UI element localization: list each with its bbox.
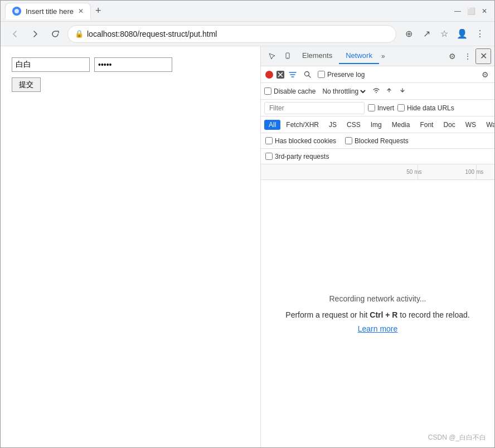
third-party-requests-label: 3rd-party requests bbox=[265, 153, 329, 160]
url-bar[interactable]: 🔒 localhost:8080/request-struct/put.html bbox=[67, 25, 396, 43]
devtools-close-button[interactable]: ✕ bbox=[475, 48, 491, 64]
submit-button[interactable]: 提交 bbox=[12, 77, 41, 92]
network-toolbar-1: Preserve log ⚙ bbox=[261, 66, 494, 83]
tab-favicon bbox=[12, 7, 21, 16]
back-button[interactable] bbox=[7, 26, 23, 42]
filter-button[interactable] bbox=[287, 69, 299, 81]
content-area: 提交 Elements Network bbox=[1, 46, 494, 447]
window-controls: — ⬜ ✕ bbox=[452, 6, 490, 17]
timeline-vertical-line-1 bbox=[418, 164, 418, 179]
filter-input[interactable] bbox=[264, 102, 365, 114]
timeline-vertical-line-2 bbox=[476, 164, 477, 179]
watermark: CSDN @_白白不白 bbox=[428, 433, 486, 442]
record-button[interactable] bbox=[265, 71, 273, 79]
network-timeline-column: 50 ms 100 ms bbox=[372, 164, 494, 179]
tab-area: Insert title here ✕ + bbox=[5, 3, 452, 20]
invert-label: Invert bbox=[368, 104, 394, 112]
search-button[interactable] bbox=[301, 69, 313, 81]
download-button[interactable] bbox=[399, 86, 406, 96]
svg-point-2 bbox=[287, 57, 288, 59]
filter-type-buttons: All Fetch/XHR JS CSS Img Media Font Doc … bbox=[261, 116, 494, 133]
account-icon[interactable]: 👤 bbox=[454, 26, 470, 42]
time-marker-50ms: 50 ms bbox=[406, 169, 421, 175]
disable-cache-checkbox[interactable] bbox=[264, 87, 271, 95]
maximize-button[interactable]: ⬜ bbox=[465, 6, 477, 17]
recording-text: Recording network activity... bbox=[329, 294, 426, 303]
has-blocked-cookies-checkbox[interactable] bbox=[265, 137, 273, 144]
reload-button[interactable] bbox=[47, 26, 63, 42]
invert-checkbox[interactable] bbox=[368, 104, 375, 111]
blocked-requests-label: Blocked Requests bbox=[345, 137, 409, 145]
filter-js[interactable]: JS bbox=[324, 120, 341, 130]
password-input[interactable] bbox=[94, 57, 172, 72]
third-party-requests-checkbox[interactable] bbox=[265, 153, 273, 160]
tab-title: Insert title here bbox=[26, 7, 74, 16]
share-icon[interactable]: ↗ bbox=[419, 26, 434, 42]
save-to-phone-icon[interactable]: ⊕ bbox=[401, 26, 416, 42]
preserve-log-label: Preserve log bbox=[318, 71, 365, 79]
close-button[interactable]: ✕ bbox=[479, 6, 490, 17]
devtools-tabs: Elements Network » bbox=[295, 48, 444, 64]
learn-more-link[interactable]: Learn more bbox=[358, 324, 398, 333]
blocked-requests-checkbox[interactable] bbox=[345, 137, 352, 144]
filter-media[interactable]: Media bbox=[387, 120, 415, 130]
clear-button[interactable] bbox=[276, 71, 284, 79]
network-toolbar-3: Invert Hide data URLs bbox=[261, 100, 494, 116]
devtools-panel: Elements Network » ⚙ ⋮ ✕ bbox=[260, 46, 494, 447]
active-tab[interactable]: Insert title here ✕ bbox=[5, 3, 91, 20]
hint-text-2: to record the reload. bbox=[397, 310, 469, 319]
tab-close-button[interactable]: ✕ bbox=[78, 7, 84, 15]
username-input[interactable] bbox=[12, 57, 90, 72]
url-text: localhost:8080/request-struct/put.html bbox=[87, 30, 389, 38]
device-toolbar-button[interactable] bbox=[280, 48, 295, 64]
svg-point-0 bbox=[14, 9, 19, 13]
forward-button[interactable] bbox=[27, 26, 43, 42]
page-content: 提交 bbox=[1, 46, 260, 447]
form-row bbox=[12, 57, 249, 72]
throttle-select[interactable]: No throttling bbox=[320, 87, 367, 96]
has-blocked-cookies-label: Has blocked cookies bbox=[265, 137, 336, 145]
wifi-icon bbox=[372, 87, 381, 95]
network-hint: Perform a request or hit Ctrl + R to rec… bbox=[285, 309, 469, 321]
network-toolbar-2: Disable cache No throttling bbox=[261, 83, 494, 100]
minimize-button[interactable]: — bbox=[452, 6, 463, 17]
filter-css[interactable]: CSS bbox=[342, 120, 365, 130]
address-actions: ⊕ ↗ ☆ 👤 ⋮ bbox=[401, 26, 488, 42]
filter-font[interactable]: Font bbox=[415, 120, 438, 130]
hint-text-1: Perform a request or hit bbox=[285, 310, 370, 319]
more-menu-icon[interactable]: ⋮ bbox=[472, 26, 488, 42]
network-empty-state: Recording network activity... Perform a … bbox=[261, 180, 494, 447]
filter-doc[interactable]: Doc bbox=[439, 120, 459, 130]
filter-wasm[interactable]: Wasm bbox=[482, 120, 494, 130]
svg-line-6 bbox=[308, 76, 310, 78]
network-settings-button[interactable]: ⚙ bbox=[479, 69, 491, 81]
filter-ws[interactable]: WS bbox=[461, 120, 481, 130]
devtools-more-button[interactable]: ⋮ bbox=[460, 48, 475, 64]
tab-network[interactable]: Network bbox=[339, 48, 379, 64]
disable-cache-label: Disable cache bbox=[264, 87, 316, 95]
tab-elements[interactable]: Elements bbox=[295, 48, 339, 64]
filter-fetch-xhr[interactable]: Fetch/XHR bbox=[282, 120, 323, 130]
hide-data-urls-checkbox[interactable] bbox=[397, 104, 405, 111]
devtools-settings-button[interactable]: ⚙ bbox=[444, 48, 460, 64]
new-tab-button[interactable]: + bbox=[91, 5, 106, 17]
lock-icon: 🔒 bbox=[75, 30, 84, 38]
filter-all[interactable]: All bbox=[264, 120, 280, 130]
title-bar: Insert title here ✕ + — ⬜ ✕ bbox=[1, 1, 494, 22]
hint-bold: Ctrl + R bbox=[370, 310, 397, 319]
element-picker-button[interactable] bbox=[264, 48, 280, 64]
hide-data-urls-label: Hide data URLs bbox=[397, 104, 454, 112]
page-form: 提交 bbox=[12, 57, 249, 92]
network-table-header: 50 ms 100 ms bbox=[261, 164, 494, 180]
upload-button[interactable] bbox=[385, 86, 393, 96]
filter-extra-row-1: Has blocked cookies Blocked Requests bbox=[261, 133, 494, 149]
preserve-log-checkbox[interactable] bbox=[318, 71, 325, 78]
filter-extra-row-2: 3rd-party requests bbox=[261, 149, 494, 164]
bookmark-icon[interactable]: ☆ bbox=[436, 26, 452, 42]
browser-frame: Insert title here ✕ + — ⬜ ✕ 🔒 localhost:… bbox=[1, 1, 494, 447]
more-tabs-button[interactable]: » bbox=[379, 52, 387, 60]
time-marker-100ms: 100 ms bbox=[465, 169, 483, 175]
devtools-toolbar: Elements Network » ⚙ ⋮ ✕ bbox=[261, 46, 494, 66]
filter-img[interactable]: Img bbox=[366, 120, 386, 130]
address-bar: 🔒 localhost:8080/request-struct/put.html… bbox=[1, 22, 494, 46]
